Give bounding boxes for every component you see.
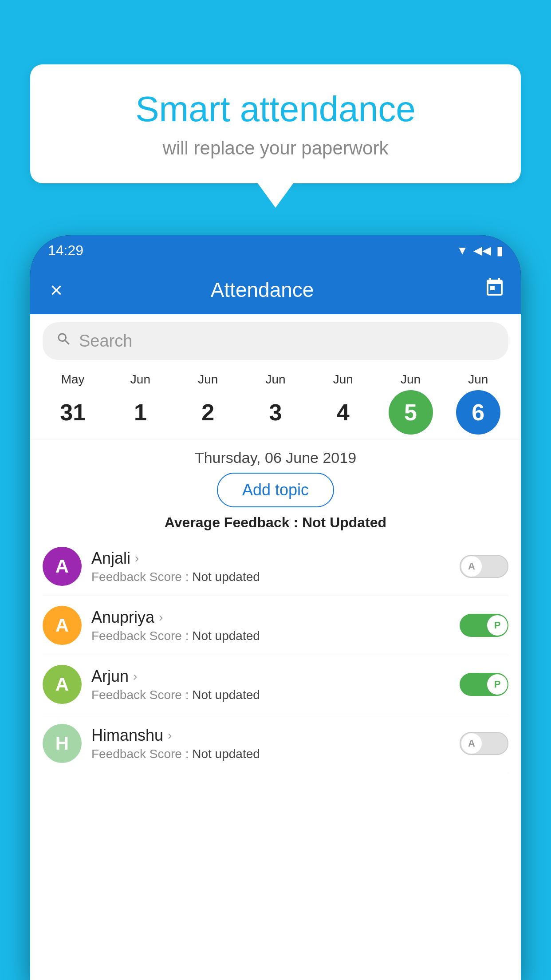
list-item[interactable]: A Arjun › Feedback Score : Not updated P bbox=[43, 655, 508, 714]
avatar: A bbox=[43, 606, 82, 645]
chevron-right-icon: › bbox=[133, 669, 137, 684]
student-feedback: Feedback Score : Not updated bbox=[91, 570, 450, 584]
speech-bubble-title: Smart attendance bbox=[57, 89, 494, 130]
chevron-right-icon: › bbox=[168, 728, 172, 743]
search-placeholder: Search bbox=[79, 332, 132, 351]
toggle-knob: A bbox=[461, 556, 482, 577]
avg-feedback-label: Average Feedback : bbox=[165, 514, 298, 530]
avatar: A bbox=[43, 547, 82, 586]
attendance-toggle[interactable]: A bbox=[460, 555, 508, 578]
phone-frame: 14:29 ▼ ◀◀ ▮ × Attendance Search bbox=[30, 235, 521, 980]
cal-day-2[interactable]: Jun 2 bbox=[181, 372, 235, 435]
list-item[interactable]: A Anupriya › Feedback Score : Not update… bbox=[43, 596, 508, 655]
toggle-knob: A bbox=[461, 733, 482, 754]
cal-day-3[interactable]: Jun 3 bbox=[249, 372, 302, 435]
speech-bubble-subtitle: will replace your paperwork bbox=[57, 138, 494, 159]
student-info: Arjun › Feedback Score : Not updated bbox=[91, 667, 450, 702]
battery-icon: ▮ bbox=[496, 243, 503, 258]
close-button[interactable]: × bbox=[46, 273, 67, 307]
cal-day-6[interactable]: Jun 6 bbox=[452, 372, 505, 435]
search-input-container[interactable]: Search bbox=[43, 322, 508, 360]
speech-bubble-container: Smart attendance will replace your paper… bbox=[30, 64, 521, 208]
avatar: H bbox=[43, 724, 82, 763]
student-name: Himanshu › bbox=[91, 726, 450, 745]
status-bar: 14:29 ▼ ◀◀ ▮ bbox=[30, 235, 521, 265]
list-item[interactable]: H Himanshu › Feedback Score : Not update… bbox=[43, 714, 508, 773]
chevron-right-icon: › bbox=[135, 551, 139, 565]
toggle-knob: P bbox=[487, 615, 508, 636]
attendance-toggle[interactable]: P bbox=[460, 614, 508, 637]
student-list: A Anjali › Feedback Score : Not updated … bbox=[30, 537, 521, 773]
cal-day-1[interactable]: Jun 1 bbox=[114, 372, 167, 435]
speech-bubble-tail bbox=[258, 183, 293, 208]
calendar-icon[interactable] bbox=[484, 277, 505, 303]
status-time: 14:29 bbox=[48, 242, 83, 259]
student-info: Anupriya › Feedback Score : Not updated bbox=[91, 608, 450, 643]
wifi-icon: ▼ bbox=[457, 244, 468, 257]
student-info: Himanshu › Feedback Score : Not updated bbox=[91, 726, 450, 761]
chevron-right-icon: › bbox=[159, 610, 163, 624]
search-bar: Search bbox=[30, 314, 521, 368]
student-feedback: Feedback Score : Not updated bbox=[91, 747, 450, 761]
attendance-toggle[interactable]: P bbox=[460, 673, 508, 696]
avatar: A bbox=[43, 665, 82, 704]
status-icons: ▼ ◀◀ ▮ bbox=[457, 243, 503, 258]
student-name: Arjun › bbox=[91, 667, 450, 686]
student-feedback: Feedback Score : Not updated bbox=[91, 629, 450, 643]
cal-day-5[interactable]: Jun 5 bbox=[384, 372, 437, 435]
attendance-toggle[interactable]: A bbox=[460, 732, 508, 755]
phone-content: Search May 31 Jun 1 Jun 2 Jun 3 Jun bbox=[30, 314, 521, 980]
search-icon bbox=[56, 331, 72, 351]
list-item[interactable]: A Anjali › Feedback Score : Not updated … bbox=[43, 537, 508, 596]
calendar-strip: May 31 Jun 1 Jun 2 Jun 3 Jun 4 Jun 5 bbox=[30, 368, 521, 439]
signal-icon: ◀◀ bbox=[473, 244, 491, 257]
selected-date: Thursday, 06 June 2019 bbox=[30, 439, 521, 473]
avg-feedback: Average Feedback : Not Updated bbox=[30, 514, 521, 531]
student-info: Anjali › Feedback Score : Not updated bbox=[91, 549, 450, 584]
cal-day-0[interactable]: May 31 bbox=[46, 372, 99, 435]
toggle-knob: P bbox=[487, 674, 508, 695]
student-feedback: Feedback Score : Not updated bbox=[91, 688, 450, 702]
add-topic-button[interactable]: Add topic bbox=[217, 473, 334, 507]
speech-bubble: Smart attendance will replace your paper… bbox=[30, 64, 521, 183]
student-name: Anjali › bbox=[91, 549, 450, 568]
app-bar-title: Attendance bbox=[67, 278, 457, 302]
app-bar: × Attendance bbox=[30, 265, 521, 314]
avg-feedback-value: Not Updated bbox=[302, 514, 386, 530]
student-name: Anupriya › bbox=[91, 608, 450, 627]
cal-day-4[interactable]: Jun 4 bbox=[316, 372, 370, 435]
